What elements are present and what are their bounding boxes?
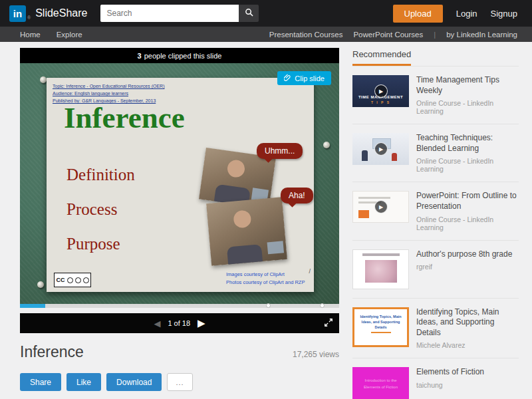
thumbnail-text: Identifying Topics, Main Ideas, and Supp… [354, 309, 407, 331]
speech-bubble-text: Aha! [289, 191, 305, 200]
share-button[interactable]: Share [20, 373, 61, 391]
nav-left: Home Explore [20, 31, 82, 39]
credit-line: Images courtesy of ClipArt [226, 271, 305, 279]
progress-fill [20, 304, 45, 308]
recommended-heading: Recommended [352, 49, 411, 66]
slide-content: Topic: Inference - Open Educational Reso… [47, 78, 314, 292]
speech-bubble-uhmm: Uhmm... [257, 143, 303, 159]
cc-icon [83, 277, 89, 283]
document-title-row: Inference 17,265 views [20, 343, 339, 361]
search-bar [100, 5, 259, 22]
document-title: Inference [20, 343, 84, 361]
item-subtitle: taichung [416, 381, 484, 389]
clipped-status-bar: 3 people clipped this slide [20, 48, 339, 63]
recommended-item-identifying-topics[interactable]: Identifying Topics, Main Ideas, and Supp… [352, 299, 519, 359]
progress-marker [266, 303, 271, 308]
nav-home[interactable]: Home [20, 31, 41, 39]
push-pin [323, 142, 330, 148]
more-options-button[interactable]: ... [167, 373, 192, 391]
clipped-count: 3 [138, 52, 142, 60]
linkedin-logo[interactable]: in [9, 5, 26, 22]
cc-icon [75, 277, 81, 283]
item-text: PowerPoint: From Outline to Presentation… [416, 191, 519, 231]
recommended-item-powerpoint-outline[interactable]: ▶ PowerPoint: From Outline to Presentati… [352, 182, 519, 240]
thumbnail-art [358, 197, 390, 199]
cc-label: CC [57, 277, 65, 283]
play-icon: ▶ [374, 200, 388, 213]
thumbnail-art [362, 150, 368, 161]
clip-icon [284, 74, 291, 82]
thumbnail-art [371, 332, 391, 333]
next-slide-button[interactable]: ▶ [198, 317, 205, 329]
push-pin [37, 281, 44, 288]
push-pin [40, 76, 47, 83]
recommended-sidebar: Recommended TIME MANAGEMENT T I P S ▶ Ti… [352, 48, 519, 399]
search-input[interactable] [100, 5, 239, 22]
registered-mark: ® [27, 15, 31, 20]
clip-slide-button[interactable]: Clip slide [277, 71, 331, 85]
slide-canvas[interactable]: Clip slide Topic: Inference - Open Educa… [20, 63, 339, 304]
item-title: PowerPoint: From Outline to Presentation [416, 191, 519, 211]
nav-separator: | [434, 31, 436, 39]
progress-marker [320, 303, 325, 308]
play-icon: ▶ [374, 84, 388, 98]
player-controls: ◀ 1 of 18 ▶ [20, 313, 339, 333]
slide-meta-audience: Audience: English language learners [53, 90, 164, 97]
item-text: Teaching Techniques: Blended Learning On… [416, 133, 519, 173]
speech-bubble-text: Uhmm... [265, 146, 295, 156]
photo-person-head [226, 159, 245, 178]
item-title: Teaching Techniques: Blended Learning [416, 133, 519, 154]
item-title: Author's purpose 8th grade [416, 249, 512, 260]
thumbnail-text: Introduction to the Elements of Fiction [352, 367, 409, 390]
thumbnail [352, 249, 409, 289]
brand-name: SlideShare [35, 7, 87, 19]
thumbnail-art [362, 253, 400, 256]
play-icon: ▶ [374, 142, 388, 156]
fullscreen-icon[interactable] [324, 318, 333, 330]
credit-mark: / [309, 268, 311, 275]
item-subtitle: Online Course - LinkedIn Learning [416, 157, 519, 173]
search-button[interactable] [239, 5, 259, 22]
slide-player: 3 people clipped this slide Clip slide T… [20, 48, 339, 333]
recommended-item-teaching-techniques[interactable]: ▶ Teaching Techniques: Blended Learning … [352, 124, 519, 182]
thumbnail: TIME MANAGEMENT T I P S ▶ [352, 75, 409, 107]
search-icon [245, 8, 253, 19]
login-link[interactable]: Login [456, 9, 477, 19]
nav-presentation-courses[interactable]: Presentation Courses [269, 31, 343, 39]
item-text: Elements of Fiction taichung [416, 367, 484, 399]
download-button[interactable]: Download [106, 373, 162, 391]
recommended-item-elements-of-fiction[interactable]: Introduction to the Elements of Fiction … [352, 358, 519, 399]
item-title: Identifying Topics, Main Ideas, and Supp… [416, 307, 519, 338]
photo-man-aha [206, 197, 287, 266]
photo-screen [267, 241, 284, 254]
item-text: Time Management Tips Weekly Online Cours… [416, 75, 519, 115]
item-title: Time Management Tips Weekly [416, 75, 519, 96]
thumbnail: Identifying Topics, Main Ideas, and Supp… [352, 307, 409, 347]
recommended-item-time-management[interactable]: TIME MANAGEMENT T I P S ▶ Time Managemen… [352, 66, 519, 124]
slide-bullet: Purpose [66, 235, 135, 253]
thumbnail-text: T I P S [352, 100, 409, 104]
item-subtitle: Online Course - LinkedIn Learning [416, 99, 519, 115]
progress-bar[interactable] [20, 304, 339, 308]
clipped-text: people clipped this slide [144, 52, 222, 60]
speech-bubble-aha: Aha! [281, 188, 313, 203]
cc-icon [67, 277, 73, 283]
item-subtitle: Online Course - LinkedIn Learning [416, 215, 519, 231]
nav-explore[interactable]: Explore [57, 31, 82, 39]
slide-bullet: Definition [66, 166, 135, 184]
nav-powerpoint-courses[interactable]: PowerPoint Courses [353, 31, 423, 39]
like-button[interactable]: Like [66, 373, 101, 391]
thumbnail: Introduction to the Elements of Fiction [352, 367, 409, 399]
photo-person-body [227, 244, 263, 266]
cc-license-badge: CC [54, 273, 91, 287]
item-subtitle: rgreif [416, 263, 512, 271]
action-buttons: Share Like Download ... [20, 373, 193, 391]
slide-title: Inference [64, 100, 185, 135]
previous-slide-button[interactable]: ◀ [154, 319, 160, 329]
recommended-item-authors-purpose[interactable]: Author's purpose 8th grade rgreif [352, 241, 519, 299]
signup-link[interactable]: Signup [491, 9, 517, 19]
slide-bullet-list: Definition Process Purpose [66, 166, 135, 253]
slide-credits: Images courtesy of ClipArt Photos courte… [226, 271, 305, 287]
credit-line: Photos courtesy of ClipArt and RZP [226, 279, 305, 287]
upload-button[interactable]: Upload [393, 5, 443, 23]
